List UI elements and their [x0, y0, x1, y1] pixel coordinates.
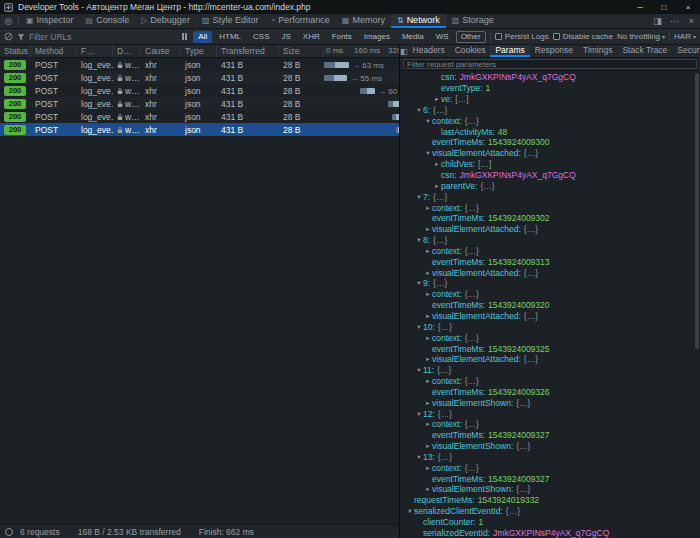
column-header-size[interactable]: Size — [279, 45, 324, 57]
toolbox-tab-performance[interactable]: ◔ Performance — [264, 14, 335, 28]
filter-css[interactable]: CSS — [248, 31, 274, 43]
tree-node[interactable]: ▾ 12: {…} — [400, 408, 700, 419]
twisty-icon[interactable]: ▾ — [415, 106, 423, 114]
persist-logs-toggle[interactable]: Persist Logs — [495, 32, 549, 41]
filter-fonts[interactable]: Fonts — [327, 31, 357, 43]
pause-recording-icon[interactable] — [180, 33, 190, 40]
meatball-menu-icon[interactable]: ⋯ — [666, 14, 683, 28]
disable-cache-checkbox[interactable] — [553, 33, 560, 40]
twisty-icon[interactable]: ▸ — [424, 269, 432, 277]
dock-side-icon[interactable]: ◨ — [649, 14, 666, 28]
request-row-1[interactable]: 200 POST log_eve… w… xhr json 431 B 28 B… — [0, 58, 399, 71]
tree-node[interactable]: eventTimeMs: 1543924009325 — [400, 343, 700, 354]
filter-params-input[interactable] — [403, 59, 697, 69]
request-row-4[interactable]: 200 POST log_eve… w… xhr json 431 B 28 B — [0, 97, 399, 110]
tree-node[interactable]: ▸ context: {…} — [400, 289, 700, 300]
details-tab-cookies[interactable]: Cookies — [450, 45, 491, 57]
twisty-icon[interactable]: ▾ — [415, 366, 423, 374]
twisty-icon[interactable]: ▸ — [424, 334, 432, 342]
close-window-button[interactable]: × — [676, 0, 700, 14]
tree-node[interactable]: ▸ visualElementAttached: {…} — [400, 267, 700, 278]
tree-node[interactable]: ▸ parentVe: {…} — [400, 180, 700, 191]
column-header-transferred[interactable]: Transferred — [217, 45, 279, 57]
twisty-icon[interactable]: ▸ — [424, 420, 432, 428]
tree-node[interactable]: requestTimeMs: 1543924019332 — [400, 495, 700, 506]
throttling-dropdown[interactable]: No throttling▾ — [617, 32, 665, 41]
tree-node[interactable]: ▸ context: {…} — [400, 246, 700, 257]
details-tab-security[interactable]: Security — [672, 45, 700, 57]
twisty-icon[interactable]: ▸ — [424, 290, 432, 298]
request-row-6[interactable]: 200 POST log_eve… w… xhr json 431 B 28 B — [0, 123, 399, 136]
filter-js[interactable]: JS — [276, 31, 295, 43]
maximize-button[interactable]: □ — [652, 0, 676, 14]
column-header-cause[interactable]: Cause — [141, 45, 181, 57]
panel-toggle-icon[interactable]: ◧ — [400, 45, 408, 57]
twisty-icon[interactable]: ▸ — [424, 312, 432, 320]
performance-analysis-icon[interactable] — [5, 528, 13, 536]
tree-node[interactable]: eventTimeMs: 1543924009327 — [400, 430, 700, 441]
column-header-domain[interactable]: D… — [113, 45, 141, 57]
toolbox-tab-network[interactable]: ⇅ Network — [391, 14, 446, 28]
tree-node[interactable]: ▾ 9: {…} — [400, 278, 700, 289]
twisty-icon[interactable]: ▸ — [433, 160, 441, 168]
details-tab-headers[interactable]: Headers — [408, 45, 450, 57]
close-devtools-icon[interactable]: × — [683, 14, 700, 28]
tree-node[interactable]: clientCounter: 1 — [400, 517, 700, 528]
minimize-button[interactable]: ─ — [628, 0, 652, 14]
filter-images[interactable]: Images — [359, 31, 395, 43]
tree-node[interactable]: ▸ childVes: […] — [400, 159, 700, 170]
tree-node[interactable]: ▸ context: {…} — [400, 202, 700, 213]
column-header-method[interactable]: Method — [31, 45, 77, 57]
tree-node[interactable]: ▸ visualElementAttached: {…} — [400, 311, 700, 322]
tree-node[interactable]: ▸ ve: […] — [400, 94, 700, 105]
twisty-icon[interactable]: ▾ — [424, 117, 432, 125]
toolbox-tab-memory[interactable]: ▦ Memory — [336, 14, 391, 28]
twisty-icon[interactable]: ▾ — [424, 149, 432, 157]
tree-node[interactable]: eventTimeMs: 1543924009313 — [400, 256, 700, 267]
toolbox-tab-storage[interactable]: ▥ Storage — [446, 14, 500, 28]
column-header-type[interactable]: Type — [181, 45, 217, 57]
pick-element-icon[interactable]: ◎ — [0, 14, 17, 28]
details-tab-response[interactable]: Response — [530, 45, 578, 57]
details-tab-timings[interactable]: Timings — [578, 45, 617, 57]
toolbox-tab-style-editor[interactable]: ▨ Style Editor — [196, 14, 265, 28]
toolbox-tab-debugger[interactable]: ▷ Debugger — [135, 14, 196, 28]
twisty-icon[interactable]: ▸ — [424, 355, 432, 363]
filter-xhr[interactable]: XHR — [298, 31, 325, 43]
persist-logs-checkbox[interactable] — [495, 33, 502, 40]
filter-other[interactable]: Other — [456, 31, 486, 43]
tree-node[interactable]: ▸ visualElementShown: {…} — [400, 397, 700, 408]
twisty-icon[interactable]: ▸ — [424, 225, 432, 233]
twisty-icon[interactable]: ▾ — [415, 323, 423, 331]
tree-node[interactable]: ▾ 8: {…} — [400, 235, 700, 246]
tree-node[interactable]: ▸ context: {…} — [400, 419, 700, 430]
filter-html[interactable]: HTML — [214, 31, 246, 43]
tree-node[interactable]: ▸ visualElementAttached: {…} — [400, 354, 700, 365]
filter-ws[interactable]: WS — [431, 31, 454, 43]
tree-node[interactable]: csn: JmkGXKPINsP4yAX_q7GgCQ — [400, 72, 700, 83]
clear-requests-icon[interactable] — [4, 32, 13, 41]
tree-node[interactable]: ▸ context: {…} — [400, 332, 700, 343]
request-row-5[interactable]: 200 POST log_eve… w… xhr json 431 B 28 B — [0, 110, 399, 123]
tree-node[interactable]: ▾ 13: {…} — [400, 452, 700, 463]
tree-node[interactable]: ▾ context: {…} — [400, 115, 700, 126]
tree-node[interactable]: ▾ serializedClientEventId: {…} — [400, 506, 700, 517]
scrollbar-thumb[interactable] — [695, 73, 699, 349]
twisty-icon[interactable]: ▸ — [424, 247, 432, 255]
twisty-icon[interactable]: ▾ — [415, 453, 423, 461]
details-tab-params[interactable]: Params — [490, 45, 529, 57]
tree-node[interactable]: ▸ visualElementAttached: {…} — [400, 224, 700, 235]
tree-node[interactable]: ▾ visualElementAttached: {…} — [400, 148, 700, 159]
twisty-icon[interactable]: ▸ — [424, 399, 432, 407]
twisty-icon[interactable]: ▾ — [415, 279, 423, 287]
toolbox-tab-console[interactable]: ▤ Console — [80, 14, 136, 28]
filter-all[interactable]: All — [193, 31, 212, 43]
tree-node[interactable]: ▾ 10: {…} — [400, 321, 700, 332]
tree-node[interactable]: ▸ context: {…} — [400, 376, 700, 387]
tree-node[interactable]: eventTimeMs: 1543924009302 — [400, 213, 700, 224]
tree-node[interactable]: ▾ 11: {…} — [400, 365, 700, 376]
twisty-icon[interactable]: ▾ — [406, 507, 414, 515]
tree-node[interactable]: lastActivityMs: 48 — [400, 126, 700, 137]
column-header-file[interactable]: F… — [77, 45, 113, 57]
details-tab-stack-trace[interactable]: Stack Trace — [617, 45, 672, 57]
